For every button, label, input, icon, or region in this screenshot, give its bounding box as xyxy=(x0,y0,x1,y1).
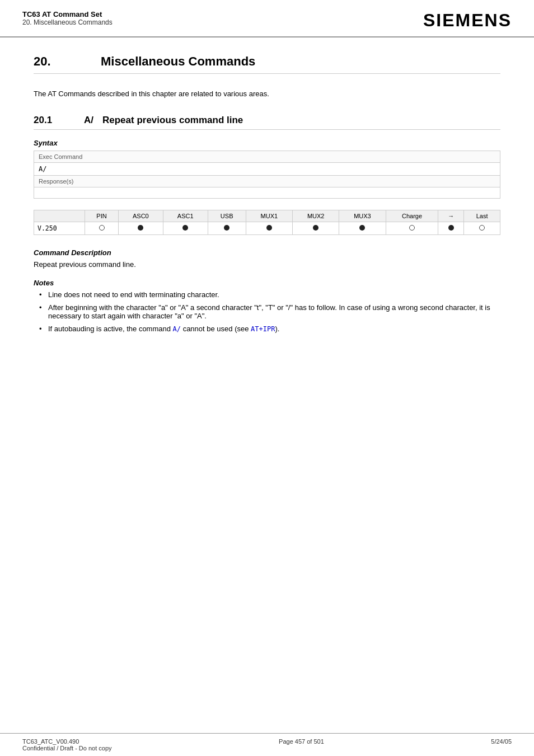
note-item-2: After beginning with the character "a" o… xyxy=(39,303,500,320)
ref-col-mux3: MUX3 xyxy=(339,210,386,222)
dot-mux3-icon xyxy=(359,225,365,231)
dot-arrow-icon xyxy=(448,225,454,231)
section-title: Repeat previous command line xyxy=(102,115,243,126)
note-3-code1: A/ xyxy=(173,325,181,333)
footer-date: 5/24/05 xyxy=(491,738,512,752)
section-heading-20-1: 20.1 A/ Repeat previous command line xyxy=(34,115,500,130)
ref-col-asc0: ASC0 xyxy=(118,210,163,222)
footer-confidential: Confidential / Draft - Do not copy xyxy=(22,745,112,752)
dot-asc1-icon xyxy=(182,225,188,231)
notes-list: Line does not need to end with terminati… xyxy=(39,290,500,333)
exec-command-value-row: A/ xyxy=(34,163,500,176)
note-1-text: Line does not need to end with terminati… xyxy=(48,290,219,299)
intro-text: The AT Commands described in this chapte… xyxy=(34,90,500,98)
responses-label: Response(s) xyxy=(34,176,500,187)
ref-col-header-label xyxy=(34,210,85,222)
note-3-suffix: ). xyxy=(275,325,279,333)
note-2-text: After beginning with the character "a" o… xyxy=(48,303,490,320)
dot-mux1-icon xyxy=(266,225,272,231)
note-3-prefix: If autobauding is active, the command xyxy=(48,325,173,333)
exec-command-value: A/ xyxy=(34,163,500,176)
responses-value-row xyxy=(34,187,500,199)
dot-last-icon xyxy=(479,225,485,231)
ref-col-pin: PIN xyxy=(85,210,119,222)
footer-doc-id: TC63_ATC_V00.490 xyxy=(22,738,112,745)
ref-col-charge: Charge xyxy=(386,210,438,222)
page-footer: TC63_ATC_V00.490 Confidential / Draft - … xyxy=(0,733,534,756)
responses-value xyxy=(34,187,500,199)
page-header: TC63 AT Command Set 20. Miscellaneous Co… xyxy=(0,0,534,37)
reference-table: PIN ASC0 ASC1 USB MUX1 MUX2 MUX3 Charge … xyxy=(34,210,500,235)
command-description-label: Command Description xyxy=(34,248,500,257)
dot-mux1 xyxy=(246,222,292,235)
ref-header-row: PIN ASC0 ASC1 USB MUX1 MUX2 MUX3 Charge … xyxy=(34,210,500,222)
dot-usb xyxy=(208,222,246,235)
dot-mux3 xyxy=(339,222,386,235)
ref-value-row: V.250 xyxy=(34,222,500,235)
section-number: 20.1 xyxy=(34,115,73,126)
syntax-label: Syntax xyxy=(34,139,500,147)
exec-command-label: Exec Command xyxy=(34,151,500,163)
chapter-number: 20. xyxy=(34,54,78,69)
ref-col-arrow: → xyxy=(438,210,464,222)
siemens-logo: SIEMENS xyxy=(423,10,512,31)
exec-command-row: Exec Command xyxy=(34,151,500,163)
dot-pin-icon xyxy=(99,225,105,231)
header-section-label: 20. Miscellaneous Commands xyxy=(22,18,113,26)
note-item-1: Line does not need to end with terminati… xyxy=(39,290,500,299)
notes-label: Notes xyxy=(34,279,500,287)
main-content: 20. Miscellaneous Commands The AT Comman… xyxy=(0,37,534,360)
dot-usb-icon xyxy=(224,225,229,231)
note-item-3: If autobauding is active, the command A/… xyxy=(39,325,500,333)
section-cmd: A/ xyxy=(84,115,93,126)
chapter-heading: 20. Miscellaneous Commands xyxy=(34,54,500,74)
header-doc-title: TC63 AT Command Set xyxy=(22,10,113,18)
header-left: TC63 AT Command Set 20. Miscellaneous Co… xyxy=(22,10,113,26)
ref-col-usb: USB xyxy=(208,210,246,222)
dot-charge xyxy=(386,222,438,235)
note-3-middle: cannot be used (see xyxy=(181,325,251,333)
ref-col-last: Last xyxy=(464,210,500,222)
command-table: Exec Command A/ Response(s) xyxy=(34,151,500,199)
responses-row: Response(s) xyxy=(34,176,500,187)
dot-mux2 xyxy=(293,222,339,235)
dot-arrow xyxy=(438,222,464,235)
ref-col-asc1: ASC1 xyxy=(163,210,208,222)
dot-asc1 xyxy=(163,222,208,235)
note-3-code2: AT+IPR xyxy=(251,325,275,333)
ref-col-mux1: MUX1 xyxy=(246,210,292,222)
dot-mux2-icon xyxy=(313,225,318,231)
command-description-text: Repeat previous command line. xyxy=(34,260,500,269)
dot-pin xyxy=(85,222,119,235)
dot-asc0-icon xyxy=(138,225,143,231)
footer-left: TC63_ATC_V00.490 Confidential / Draft - … xyxy=(22,738,112,752)
footer-page: Page 457 of 501 xyxy=(279,738,324,752)
chapter-title: Miscellaneous Commands xyxy=(101,54,255,69)
dot-asc0 xyxy=(118,222,163,235)
ref-col-mux2: MUX2 xyxy=(293,210,339,222)
dot-charge-icon xyxy=(409,225,415,231)
dot-last xyxy=(464,222,500,235)
ref-reference-value: V.250 xyxy=(34,222,85,235)
